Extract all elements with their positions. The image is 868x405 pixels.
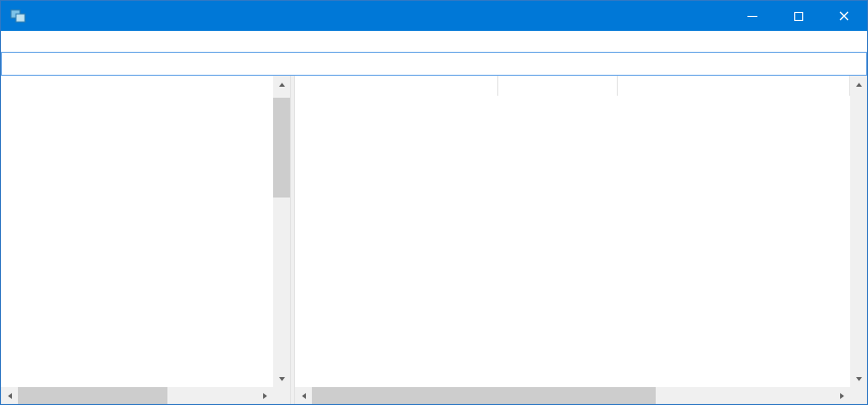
list-vertical-scrollbar[interactable] [850,76,867,387]
arrow-down-icon [856,377,862,381]
close-button[interactable] [821,1,867,31]
arrow-right-icon [263,393,267,399]
horizontal-scroll-thumb[interactable] [312,387,656,404]
address-input[interactable] [1,52,867,76]
scroll-down-button[interactable] [850,370,867,387]
values-list-pane [295,76,867,404]
arrow-down-icon [279,377,285,381]
scroll-left-button[interactable] [1,387,18,404]
vertical-scroll-thumb[interactable] [273,98,290,198]
tree-vertical-scrollbar[interactable] [273,76,290,387]
arrow-left-icon [302,393,306,399]
scroll-right-button[interactable] [256,387,273,404]
arrow-right-icon [840,393,844,399]
scrollbar-corner [850,387,867,404]
scroll-up-button[interactable] [850,76,867,93]
minimize-icon [747,16,757,17]
registry-tree [1,76,273,387]
minimize-button[interactable] [729,1,775,31]
title-bar[interactable] [1,1,867,31]
registry-tree-pane [1,76,290,404]
close-icon [839,11,849,21]
scroll-right-button[interactable] [833,387,850,404]
column-header-name[interactable] [295,76,498,96]
scroll-left-button[interactable] [295,387,312,404]
scroll-down-button[interactable] [273,370,290,387]
registry-app-icon [10,8,26,24]
maximize-button[interactable] [775,1,821,31]
window-controls [729,1,867,31]
regedit-window [0,0,868,405]
arrow-up-icon [856,83,862,87]
values-list [295,96,850,387]
list-column-headers [295,76,850,96]
list-horizontal-scrollbar[interactable] [295,387,850,404]
main-area [1,76,867,404]
scrollbar-corner [273,387,290,404]
horizontal-scroll-thumb[interactable] [18,387,167,404]
arrow-up-icon [279,83,285,87]
tree-horizontal-scrollbar[interactable] [1,387,273,404]
arrow-left-icon [8,393,12,399]
maximize-icon [794,12,803,21]
column-header-value[interactable] [618,76,850,96]
scroll-up-button[interactable] [273,76,290,93]
menu-bar [1,31,867,52]
column-header-type[interactable] [498,76,618,96]
